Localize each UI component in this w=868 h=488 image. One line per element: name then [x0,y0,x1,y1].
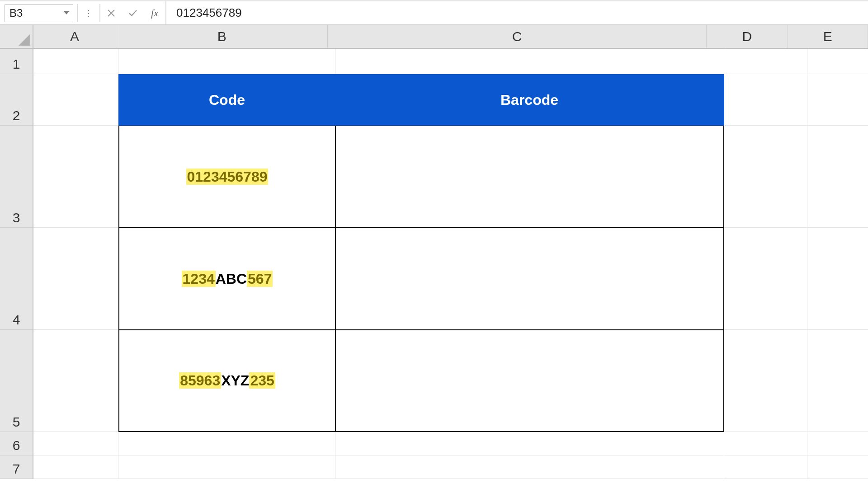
col-label: D [742,29,752,44]
table-header-label: Code [209,92,245,108]
cell-A6[interactable] [33,432,118,455]
cell-D5[interactable] [724,330,807,432]
cell-E1[interactable] [807,49,868,74]
cell-D3[interactable] [724,126,807,228]
row-label: 3 [13,210,20,225]
cell-B7[interactable] [118,455,335,479]
row-header-2[interactable]: 2 [0,74,33,126]
cell-E7[interactable] [807,455,868,479]
row-label: 6 [13,438,20,453]
cell-B5[interactable]: 85963XYZ235 [118,330,335,432]
col-header-B[interactable]: B [116,25,328,48]
more-icon[interactable]: ⋮ [78,1,99,24]
name-box-wrap: B3 [0,1,77,24]
row-header-4[interactable]: 4 [0,228,33,330]
col-label: A [70,29,79,44]
name-box-value: B3 [9,7,23,19]
cell-value: 85963XYZ235 [179,372,275,389]
cell-D6[interactable] [724,432,807,455]
formula-bar: B3 ⋮ fx 0123456789 [0,0,868,25]
plain-text: XYZ [221,372,249,389]
table-header-label: Barcode [500,92,558,108]
table-header-code[interactable]: Code [118,74,335,126]
cell-E4[interactable] [807,228,868,330]
enter-icon[interactable] [122,1,144,24]
row-label: 1 [13,56,20,72]
name-box[interactable]: B3 [5,4,73,22]
chevron-down-icon[interactable] [64,11,69,14]
cancel-icon[interactable] [100,1,122,24]
cell-A7[interactable] [33,455,118,479]
cell-B1[interactable] [118,49,335,74]
col-header-C[interactable]: C [328,25,707,48]
cell-B6[interactable] [118,432,335,455]
cell-D1[interactable] [724,49,807,74]
cell-C7[interactable] [335,455,724,479]
cell-D2[interactable] [724,74,807,126]
row-header-3[interactable]: 3 [0,126,33,228]
row-header-7[interactable]: 7 [0,455,33,479]
highlighted-digits: 235 [249,372,275,389]
col-header-A[interactable]: A [33,25,116,48]
highlighted-digits: 567 [247,271,273,287]
row-label: 5 [13,414,20,430]
table-header-barcode[interactable]: Barcode [335,74,724,126]
row-label: 2 [13,108,20,123]
formula-input[interactable]: 0123456789 [165,1,868,24]
cell-C3[interactable] [335,126,724,228]
formula-value: 0123456789 [176,6,242,20]
cell-D4[interactable] [724,228,807,330]
grid: Code Barcode 0123456789 1234ABC567 [33,49,868,479]
cell-B3[interactable]: 0123456789 [118,126,335,228]
col-header-D[interactable]: D [707,25,788,48]
cell-C5[interactable] [335,330,724,432]
fx-label: fx [151,7,158,19]
cell-A1[interactable] [33,49,118,74]
cell-A2[interactable] [33,74,118,126]
cell-E3[interactable] [807,126,868,228]
cell-D7[interactable] [724,455,807,479]
cell-value: 0123456789 [186,169,269,185]
cell-E5[interactable] [807,330,868,432]
col-label: B [217,29,226,44]
select-all-corner[interactable] [0,25,33,49]
col-header-E[interactable]: E [788,25,868,48]
col-label: C [512,29,522,44]
cell-A4[interactable] [33,228,118,330]
fx-icon[interactable]: fx [144,1,165,24]
cell-C4[interactable] [335,228,724,330]
cell-value: 1234ABC567 [182,271,273,287]
col-label: E [823,29,832,44]
highlighted-digits: 1234 [182,271,216,287]
plain-text: ABC [216,271,247,287]
cell-C1[interactable] [335,49,724,74]
row-headers: 1 2 3 4 5 6 7 [0,49,33,479]
row-label: 7 [13,461,20,477]
cell-E6[interactable] [807,432,868,455]
cell-A5[interactable] [33,330,118,432]
highlighted-digits: 0123456789 [186,169,269,185]
row-label: 4 [13,312,20,328]
cell-A3[interactable] [33,126,118,228]
cell-C6[interactable] [335,432,724,455]
row-header-5[interactable]: 5 [0,330,33,432]
highlighted-digits: 85963 [179,372,221,389]
column-headers: A B C D E [33,25,868,49]
row-header-1[interactable]: 1 [0,49,33,74]
row-header-6[interactable]: 6 [0,432,33,455]
cell-E2[interactable] [807,74,868,126]
cell-B4[interactable]: 1234ABC567 [118,228,335,330]
